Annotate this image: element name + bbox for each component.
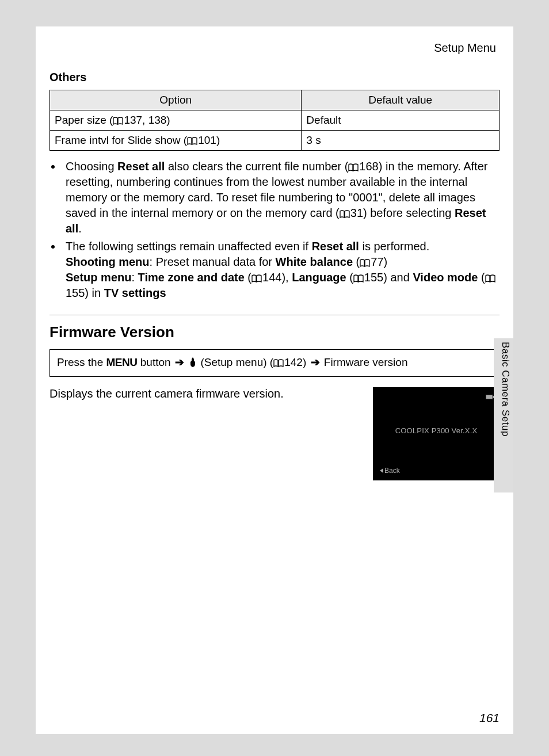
t: button [138,356,174,368]
default-value: Default [302,110,500,131]
page-ref-icon [187,137,197,145]
page-ref-icon [348,163,359,171]
t: The following settings remain unaffected… [66,240,312,253]
t: : [131,271,138,284]
navigation-path-box: Press the MENU button ➔ (Setup menu) (14… [49,349,500,377]
col-default: Default value [302,90,500,110]
table-row: Frame intvl for Slide show (101) 3 s [50,131,500,151]
t: also clears the current file number ( [165,160,348,173]
t: 155) and [364,271,413,284]
firmware-heading: Firmware Version [49,323,500,341]
t: is performed. [359,240,429,253]
option-text: Frame intvl for Slide show ( [55,134,187,146]
manual-page: Setup Menu Others Option Default value P… [36,26,513,734]
list-item: The following settings remain unaffected… [62,239,500,301]
t: : Preset manual data for [150,255,276,268]
lcd-back-label: Back [380,467,400,475]
lcd-screenshot: COOLPIX P300 Ver.X.X Back [373,387,500,480]
t: 144), [262,271,292,284]
bold: Setup menu [66,271,131,284]
t: ( [353,255,360,268]
page-ref-icon [251,274,262,282]
firmware-description: Displays the current camera firmware ver… [49,387,361,400]
svg-rect-2 [486,395,492,399]
lcd-firmware-text: COOLPIX P300 Ver.X.X [373,426,500,435]
side-section-label: Basic Camera Setup [500,342,511,437]
col-option: Option [50,90,302,110]
page-ref-icon [340,210,350,218]
t: 31) before selecting [350,207,455,219]
triangle-left-icon [380,468,383,473]
bold: Reset all [117,160,165,173]
arrow-right-icon: ➔ [311,356,320,369]
bold: Reset all [312,240,359,253]
table-row: Paper size (137, 138) Default [50,110,500,131]
bold: White balance [276,255,353,268]
page-ref-icon [273,359,284,367]
page-number: 161 [479,711,500,725]
header-breadcrumb: Setup Menu [36,26,513,64]
page-ref-icon [360,259,370,267]
option-text: Paper size ( [55,114,113,126]
t: Choosing [66,160,117,173]
t: Back [384,467,400,475]
t: ( [478,271,485,284]
t: 77) [371,255,387,268]
option-ref: 137, 138) [124,114,170,126]
default-value: 3 s [302,131,500,151]
firmware-row: Displays the current camera firmware ver… [49,387,500,480]
menu-button-label: MENU [106,356,138,368]
t: (Setup menu) ( [200,356,273,368]
bold: Time zone and date [138,271,245,284]
t: Press the [57,356,106,368]
bold: Language [292,271,346,284]
page-ref-icon [353,274,364,282]
option-ref: 101) [198,134,220,146]
page-ref-icon [485,274,495,282]
t: . [78,222,82,235]
t: Firmware version [321,356,408,368]
battery-icon [486,393,494,401]
t: 155) in [66,287,104,299]
notes-list: Choosing Reset all also clears the curre… [49,159,500,301]
t: ( [245,271,251,284]
page-ref-icon [113,117,123,125]
t: ( [346,271,353,284]
bold: TV settings [104,287,166,299]
bold: Video mode [413,271,478,284]
section-divider [49,315,500,315]
others-heading: Others [49,71,500,84]
bold: Shooting menu [66,255,150,268]
list-item: Choosing Reset all also clears the curre… [62,159,500,236]
wrench-icon [189,357,197,371]
t: 142) [284,356,309,368]
others-table: Option Default value Paper size (137, 13… [49,90,500,151]
page-content: Others Option Default value Paper size (… [36,71,513,480]
arrow-right-icon: ➔ [175,356,184,369]
